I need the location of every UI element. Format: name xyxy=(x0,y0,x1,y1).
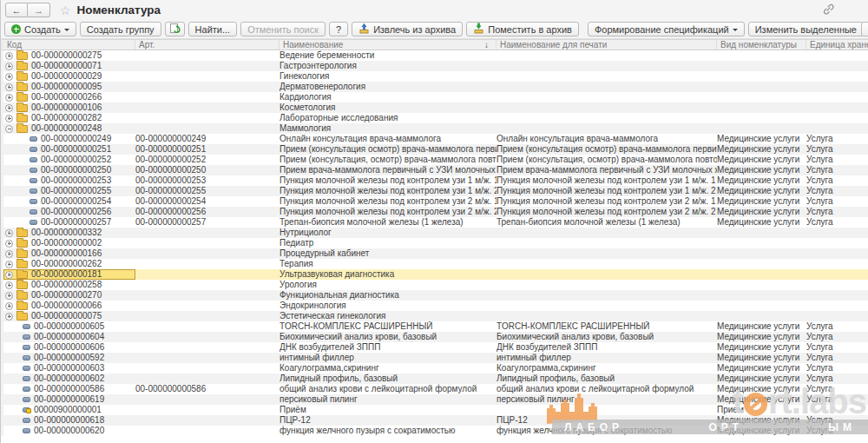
form-specs-label: Формирование спецификаций xyxy=(595,24,729,35)
table-row[interactable]: 00-000000000275Ведение беременности xyxy=(3,50,868,61)
chevron-down-icon xyxy=(733,29,738,34)
folder-icon xyxy=(16,271,28,279)
table-row[interactable]: 00-000000000606ДНК возбудителей ЗПППДНК … xyxy=(3,342,868,353)
help-button[interactable]: ? xyxy=(329,22,348,36)
table-row[interactable]: 00-000000000282Лабораторные исследования xyxy=(3,113,868,123)
column-header-kind[interactable]: Вид номенклатуры xyxy=(717,40,806,50)
item-icon xyxy=(23,397,30,402)
expand-icon[interactable] xyxy=(5,261,13,268)
kind-cell xyxy=(717,71,806,82)
column-header-name[interactable]: Наименование↓ xyxy=(279,40,496,50)
expand-icon[interactable] xyxy=(5,104,13,112)
expand-icon[interactable] xyxy=(5,63,13,70)
name-cell: Липидный профиль, базовый xyxy=(279,374,496,384)
expand-icon[interactable] xyxy=(5,83,13,91)
table-row[interactable]: 00-000000000248Маммология xyxy=(3,123,868,134)
expand-icon[interactable] xyxy=(5,281,13,289)
table-row[interactable]: 00-000000000181Ультразвуковая диагностик… xyxy=(3,269,868,280)
table-row[interactable]: 00-000000000266Кардиология xyxy=(3,92,868,102)
art-cell: 00-000000000254 xyxy=(135,196,279,207)
create-group-button[interactable]: Создать группу xyxy=(80,22,161,36)
table-row[interactable]: 00-00000000025000-000000000250Прием врач… xyxy=(3,165,868,175)
unit-cell xyxy=(806,259,868,269)
cancel-search-button[interactable]: Отменить поиск xyxy=(240,22,326,36)
column-header-print-name[interactable]: Наименование для печати xyxy=(496,40,717,50)
table-row[interactable]: 00-00000000025400-000000000254Пункция мо… xyxy=(3,196,868,207)
print-name-cell: Прием (консультация, осмотр) врача-маммо… xyxy=(496,155,717,165)
table-row[interactable]: 00-000000000071Гастроэнтерология xyxy=(3,61,868,71)
copy-button[interactable] xyxy=(165,22,185,36)
table-row[interactable]: 00-000000000270Функциональная диагностик… xyxy=(3,290,868,301)
kind-cell: Медицинские услуги xyxy=(717,207,806,217)
table-row[interactable]: 00-000000000095Дерматовенерология xyxy=(3,82,868,92)
unit-cell: Услуга xyxy=(806,134,868,144)
table-row[interactable]: 00-000000000620функция желчного пузыря с… xyxy=(3,426,868,436)
collapse-icon[interactable] xyxy=(5,125,13,133)
unit-cell: Услуга xyxy=(806,217,868,228)
table-row[interactable]: 00-00000000024900-000000000249Онлайн кон… xyxy=(3,134,868,144)
create-button[interactable]: Создать xyxy=(4,22,76,36)
forward-button[interactable]: → xyxy=(28,3,50,17)
link-icon[interactable] xyxy=(822,3,835,19)
extract-archive-button[interactable]: Извлечь из архива xyxy=(352,22,463,36)
table-row[interactable]: 00-000000000605TORCH-КОМПЛЕКС РАСШИРЕННЫ… xyxy=(3,321,868,332)
column-header-art[interactable]: Арт. xyxy=(135,40,279,50)
table-row[interactable]: 00-00000000025300-000000000253Пункция мо… xyxy=(3,175,868,186)
form-specs-button[interactable]: Формирование спецификаций xyxy=(588,22,745,36)
favorite-star-icon[interactable]: ☆ xyxy=(60,4,71,17)
item-icon xyxy=(23,334,30,340)
table-row[interactable]: 00-000000000002Педиатр xyxy=(3,238,868,248)
item-icon xyxy=(30,220,37,225)
expand-icon[interactable] xyxy=(5,271,13,279)
table-row[interactable]: 00-000000000166Процедурный кабинет xyxy=(3,248,868,259)
name-cell: Ультразвуковая диагностика xyxy=(279,269,496,280)
expand-icon[interactable] xyxy=(5,313,13,321)
table-row[interactable]: 00-000000000262Терапия xyxy=(3,259,868,269)
column-header-unit[interactable]: Единица хранения xyxy=(806,40,868,50)
item-icon xyxy=(30,157,37,162)
table-row[interactable]: 00-000000000258Урология xyxy=(3,280,868,290)
unit-cell: Услуга xyxy=(806,196,868,207)
expand-icon[interactable] xyxy=(5,73,13,81)
table-row[interactable]: 00-000000000106Косметология xyxy=(3,102,868,113)
name-cell: интимный филлер xyxy=(279,353,496,363)
table-row[interactable]: 00-000000000075Эстетическая гинекология xyxy=(3,311,868,321)
put-archive-button[interactable]: Поместить в архив xyxy=(466,22,579,36)
table-row[interactable]: 00-00000000025500-000000000255Пункция мо… xyxy=(3,186,868,196)
expand-icon[interactable] xyxy=(5,115,13,122)
name-cell: Кардиология xyxy=(279,92,496,102)
table-row[interactable]: 00-00000000025700-000000000257Трепан-био… xyxy=(3,217,868,228)
table-row[interactable]: 00-000000000029Гинекология xyxy=(3,71,868,82)
more-button[interactable] xyxy=(861,22,868,36)
column-header-code[interactable]: Код xyxy=(3,40,135,50)
create-group-label: Создать группу xyxy=(87,24,155,35)
expand-icon[interactable] xyxy=(5,52,13,60)
table-row[interactable]: 00-00000000025200-000000000252Прием (кон… xyxy=(3,155,868,165)
table-row[interactable]: 00-000000000592интимный филлеринтимный ф… xyxy=(3,353,868,363)
table-row[interactable]: 00-000000000619персиковый пилингперсиков… xyxy=(3,394,868,405)
expand-icon[interactable] xyxy=(5,94,13,102)
kind-cell xyxy=(717,269,806,280)
table-row[interactable]: 00-000000000066Эндокринология xyxy=(3,301,868,311)
back-button[interactable]: ← xyxy=(5,3,28,17)
kind-cell xyxy=(717,311,806,321)
table-row[interactable]: 00-00000000025600-000000000256Пункция мо… xyxy=(3,207,868,217)
art-cell xyxy=(135,374,279,384)
expand-icon[interactable] xyxy=(5,302,13,310)
table-row[interactable]: 00-00000000058600-000000000586общий анал… xyxy=(3,384,868,394)
table-row[interactable]: 00-000000000618ПЦР-12ПЦР-12Медицинские у… xyxy=(3,415,868,426)
table-row[interactable]: 00-000000000604Биохимический анализ кров… xyxy=(3,332,868,342)
expand-icon[interactable] xyxy=(5,250,13,258)
find-button[interactable]: Найти... xyxy=(188,22,238,36)
table-row[interactable]: 00000900000001ПриёмПрием xyxy=(3,405,868,415)
table-row[interactable]: 00-00000000025100-000000000251Прием (кон… xyxy=(3,144,868,155)
table-row[interactable]: 00-000000000602Липидный профиль, базовый… xyxy=(3,374,868,384)
expand-icon[interactable] xyxy=(5,292,13,300)
expand-icon[interactable] xyxy=(5,229,13,237)
table-row[interactable]: 00-000000000332Нутрициолог xyxy=(3,228,868,238)
kind-cell xyxy=(717,113,806,123)
edit-selected-button[interactable]: Изменить выделенные xyxy=(748,22,864,36)
table-row[interactable]: 00-000000000603Коагулограмма,скринингКоа… xyxy=(3,363,868,374)
kind-cell: Медицинские услуги xyxy=(717,384,806,394)
expand-icon[interactable] xyxy=(5,240,13,248)
